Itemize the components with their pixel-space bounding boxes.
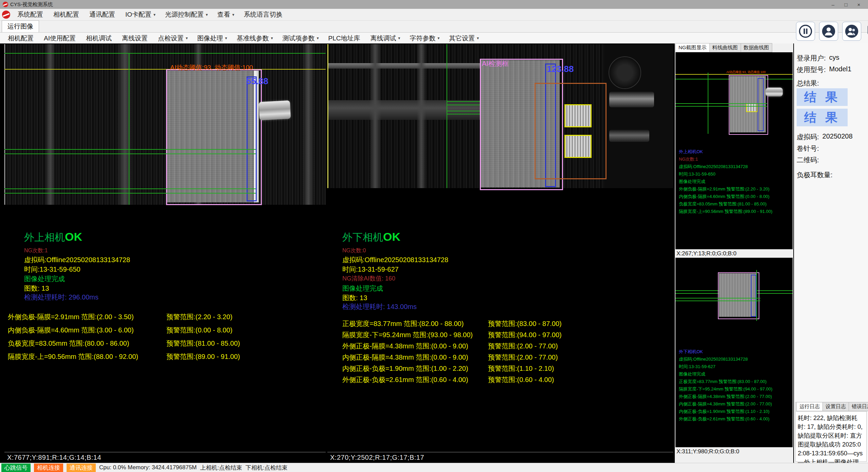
measurement-row: 内侧负极-隔膜=4.60mm 范围:(3.00 - 6.00) 预警范围:(0.… — [8, 326, 324, 339]
thumbnail-text-block: 外下相机OK虚拟码:Offline20250208133134728时间:13-… — [679, 348, 773, 423]
machine-band — [45, 44, 55, 205]
tab-run-image[interactable]: 运行图像 — [2, 20, 39, 32]
thumbnail-text-line: 时间:13-31-59-627 — [679, 363, 773, 370]
log-tab[interactable]: 运行日志 — [796, 402, 823, 411]
toolbar-item[interactable]: 字符参数 ▼ — [405, 33, 445, 44]
thumbnail-text-line: 外上相机OK — [679, 148, 773, 156]
measurement-text: 隔膜宽度-下=95.24mm 范围:(93.00 - 98.00) — [342, 330, 488, 340]
menu-item-label: 系统配置 — [17, 10, 43, 19]
result-badge: 结 果 — [797, 109, 848, 126]
toolbar-item[interactable]: 测试项参数 ▼ — [278, 33, 324, 44]
user-button[interactable] — [819, 22, 838, 41]
measurement-text: 外侧正极-隔膜=4.38mm 范围:(0.00 - 9.00) — [342, 342, 488, 351]
minimize-button[interactable]: – — [827, 2, 839, 7]
thumbnail-text-line: 图像处理完成 — [679, 178, 773, 185]
preview-tabs: NG截图显示料线曲线图数据曲线图 — [675, 43, 793, 52]
login-label: 登录用户: — [797, 54, 826, 63]
menu-item[interactable]: 通讯配置 — [85, 9, 121, 20]
toolbar-item[interactable]: 离线调试 ▼ — [366, 33, 405, 44]
chevron-down-icon: ▼ — [316, 36, 320, 40]
toolbar-item[interactable]: 相机调试 — [82, 33, 117, 44]
lower-camera-check-text: 下相机:点检结束 — [246, 464, 288, 472]
thumbnail-text-line: 虚拟码:Offline20250208133134728 — [679, 163, 773, 170]
log-tab[interactable]: 错误日志 — [849, 402, 868, 411]
toolbar-item[interactable]: PLC地址库 — [324, 33, 366, 44]
camera-result-line: 外上相机OK — [24, 230, 82, 244]
measurement-text: 外侧正极-负极=2.61mm 范围:(0.60 - 4.00) — [342, 375, 488, 384]
ng-screenshot-thumbnail-upper[interactable]: AI动态阈值:93, 动态阈值:100 外上相机OKNG次数:1虚拟码:Offl… — [675, 52, 793, 249]
thumbnail-text-line: NG次数:1 — [679, 156, 773, 163]
close-button[interactable]: × — [852, 2, 865, 7]
menu-item[interactable]: 光源控制配置 ▼ — [161, 9, 213, 20]
thumbnail-text-line: 内侧负极-隔膜=4.60mm 预警范围:(0.00 - 8.00) — [679, 193, 773, 200]
preview-tab-label: NG截图显示 — [679, 44, 707, 50]
ng-screenshot-thumbnail-lower[interactable]: 外下相机OK虚拟码:Offline20250208133134728时间:13-… — [675, 258, 793, 447]
time-text: 时间:13-31-59-650 — [24, 265, 80, 274]
toolbar-item-label: 离线调试 — [370, 34, 396, 43]
virtual-code-text: 虚拟码:Offline20250208133134728 — [24, 255, 130, 265]
pause-button[interactable] — [796, 22, 815, 41]
thumbnail-text-line: 隔膜宽度-上=90.56mm 预警范围:(89.00 - 91.00) — [679, 208, 773, 215]
camera-panel-upper: AI动态阈值:93, 动态阈值:100 55.88 外上相机OK NG次数:1 … — [4, 44, 326, 462]
menu-item[interactable]: 相机配置 — [49, 9, 85, 20]
camera-image-lower[interactable]: AI检测框 123.88 外下相机OK NG次数:0 虚拟码:Offline20… — [327, 44, 673, 452]
thumbnail-text-line: 内侧正极-负极=1.90mm 预警范围:(1.10 - 2.10) — [679, 408, 773, 415]
warning-range-text: 预警范围:(94.00 - 97.00) — [488, 330, 562, 340]
process-time-text: 检测处理耗时: 296.00ms — [24, 293, 98, 302]
measurement-row: 隔膜宽度-上=90.56mm 范围:(88.00 - 92.00) 预警范围:(… — [8, 352, 324, 365]
log-tabs: 运行日志设置日志错误日志 — [796, 402, 866, 412]
chevron-down-icon: ▼ — [270, 36, 274, 40]
measurement-text: 内侧负极-隔膜=4.60mm 范围:(3.00 - 6.00) — [8, 326, 166, 335]
app-logo-icon — [3, 2, 8, 7]
pixel-coordinate-readout: X:270;Y:2502;R:17;G:17;B:17 — [327, 452, 673, 462]
maximize-button[interactable]: □ — [839, 2, 852, 7]
green-reference-line — [4, 53, 326, 54]
user-icon — [821, 24, 836, 38]
toolbar-item[interactable]: 其它设置 ▼ — [445, 33, 484, 44]
preview-tab-label: 数据曲线图 — [744, 44, 769, 50]
main-area: AI动态阈值:93, 动态阈值:100 55.88 外上相机OK NG次数:1 … — [0, 43, 868, 463]
toolbar-item-label: PLC地址库 — [328, 34, 360, 43]
menu-item-label: 系统语言切换 — [244, 10, 283, 19]
virtual-code-row: 虚拟码: 20250208 — [797, 132, 853, 142]
menu-bar: 系统配置 相机配置 通讯配置 IO卡配置 ▼ 光源控制配置 ▼ 查看 ▼ 系统语… — [0, 9, 868, 20]
menu-item[interactable]: IO卡配置 ▼ — [121, 9, 161, 20]
model-value: Model1 — [829, 65, 852, 74]
toolbar-item[interactable]: 离线设置 — [117, 33, 153, 44]
log-tab-label: 运行日志 — [799, 403, 820, 409]
frame-count-text: 图数: 13 — [342, 293, 367, 303]
process-time-text: 检测处理耗时: 143.00ms — [342, 302, 417, 311]
ai-threshold-text: AI动态阈值:93, 动态阈值:100 — [170, 63, 253, 72]
toolbar-item[interactable]: 相机配置 — [3, 33, 39, 44]
ng-count-text: NG次数:0 — [342, 247, 366, 254]
log-tab-label: 错误日志 — [852, 403, 868, 409]
yellow-reference-line — [4, 69, 326, 70]
warning-range-text: 预警范围:(1.10 - 2.10) — [488, 364, 554, 373]
green-reference-line-vertical — [708, 73, 708, 134]
toolbar-item[interactable]: 图像处理 ▼ — [193, 33, 232, 44]
menu-item[interactable]: 查看 ▼ — [213, 9, 239, 20]
toolbar-item[interactable]: 点检设置 ▼ — [153, 33, 193, 44]
log-tab[interactable]: 设置日志 — [822, 402, 849, 411]
log-panel: 运行日志设置日志错误日志 耗时: 222, 缺陷检测耗时: 17, 缺陷分类耗时… — [795, 402, 867, 462]
preview-tab[interactable]: NG截图显示 — [675, 43, 710, 52]
menu-item[interactable]: 系统配置 — [13, 9, 49, 20]
menu-item[interactable]: 系统语言切换 — [239, 9, 288, 20]
thumbnail-text-block: 外上相机OKNG次数:1虚拟码:Offline20250208133134728… — [679, 148, 773, 215]
toolbar-item[interactable]: 基准线参数 ▼ — [232, 33, 278, 44]
preview-tab[interactable]: 料线曲线图 — [709, 43, 741, 52]
green-measure-line — [675, 103, 767, 104]
machine-band — [117, 44, 133, 205]
users-button[interactable] — [842, 22, 861, 41]
chevron-down-icon: ▼ — [437, 36, 440, 40]
measurement-row: 外侧正极-隔膜=4.38mm 范围:(0.00 - 9.00) 预警范围:(2.… — [342, 342, 672, 353]
thumbnail-coordinate-readout: X:267;Y:13;R:0;G:0;B:0 — [675, 249, 793, 258]
warning-range-text: 预警范围:(89.00 - 91.00) — [166, 352, 240, 361]
measure-value-text: 123.88 — [547, 64, 574, 74]
preview-tab[interactable]: 数据曲线图 — [741, 43, 772, 52]
screen-switch-button[interactable] — [865, 22, 868, 40]
toolbar-item[interactable]: AI使用配置 — [39, 33, 82, 44]
screen-icon — [866, 23, 868, 39]
ng-count-text: NG次数:1 — [24, 247, 48, 254]
camera-image-upper[interactable]: AI动态阈值:93, 动态阈值:100 55.88 外上相机OK NG次数:1 … — [4, 44, 326, 452]
